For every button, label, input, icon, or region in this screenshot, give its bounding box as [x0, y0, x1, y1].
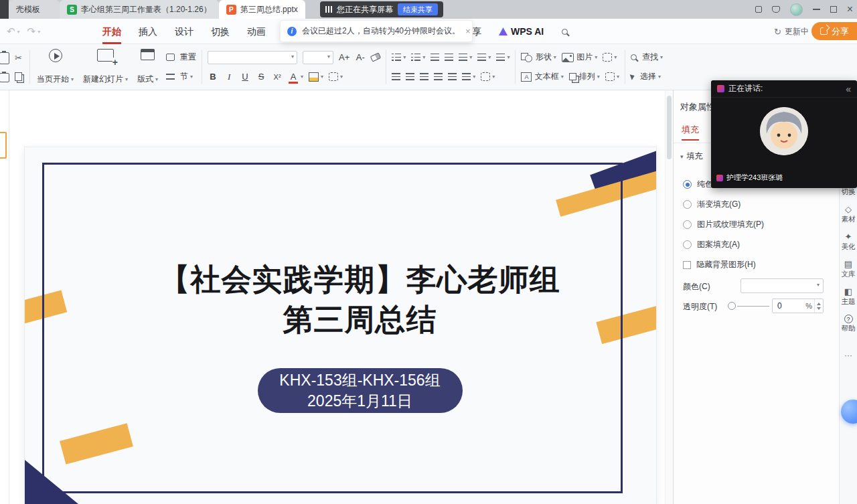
- strikethrough-button[interactable]: S: [256, 70, 266, 84]
- option-pattern-fill[interactable]: 图案填充(A): [683, 239, 740, 250]
- numbering-button[interactable]: [411, 54, 425, 61]
- font-color-button[interactable]: A: [288, 70, 299, 84]
- option-texture-fill[interactable]: 图片或纹理填充(P): [683, 219, 764, 230]
- copy-icon[interactable]: [15, 72, 22, 81]
- justify-icon[interactable]: [434, 73, 443, 80]
- paste-special-icon[interactable]: [0, 73, 9, 82]
- undo-icon[interactable]: [7, 25, 15, 37]
- textbox-button[interactable]: 文本框: [521, 71, 563, 83]
- transparency-slider-track[interactable]: [737, 306, 769, 307]
- doc-tab-spreadsheet[interactable]: S 李心组第三周工作量表（1.20-1.26）: [60, 0, 219, 19]
- fill-section-header[interactable]: 填充: [680, 151, 703, 162]
- checkbox-hide-background[interactable]: [683, 261, 691, 269]
- rail-item-help[interactable]: 帮助: [842, 315, 856, 333]
- arrange-more-button[interactable]: [605, 72, 619, 81]
- new-slide-button[interactable]: 新建幻灯片: [78, 46, 133, 88]
- align-center-icon[interactable]: [406, 73, 414, 80]
- start-from-page-button[interactable]: 当页开始: [32, 46, 78, 88]
- rail-item-theme[interactable]: 主题: [842, 287, 856, 307]
- cut-icon[interactable]: [15, 52, 22, 64]
- reset-button[interactable]: 重置: [166, 48, 196, 67]
- radio-gradient-fill[interactable]: [683, 200, 692, 209]
- arrange-button[interactable]: 排列: [569, 71, 600, 82]
- integrate-mode-icon[interactable]: [755, 6, 762, 13]
- close-icon[interactable]: [847, 4, 853, 15]
- maximize-icon[interactable]: [830, 6, 837, 13]
- increase-indent-icon[interactable]: [445, 54, 453, 61]
- spinner-down-icon[interactable]: [817, 307, 821, 310]
- spinner-arrows[interactable]: [814, 299, 823, 313]
- fill-tab[interactable]: 填充: [682, 124, 699, 136]
- bullets-button[interactable]: [392, 54, 406, 61]
- underline-button[interactable]: U: [240, 70, 250, 84]
- wps-ai-button[interactable]: WPS AI: [490, 19, 552, 44]
- scrollbar-thumb[interactable]: [667, 96, 672, 159]
- align-right-icon[interactable]: [420, 73, 428, 80]
- decrease-indent-icon[interactable]: [431, 54, 439, 61]
- share-button[interactable]: 分享: [811, 22, 857, 40]
- account-avatar[interactable]: [790, 3, 803, 16]
- picture-button[interactable]: 图片: [562, 52, 597, 64]
- highlight-color-icon[interactable]: [309, 72, 319, 82]
- align-text-button[interactable]: [477, 54, 491, 61]
- slide[interactable]: 【社会实践学期】李心老师组 第三周总结 KHX-153组-KHX-156组 20…: [25, 147, 656, 504]
- option-hide-background[interactable]: 隐藏背景图形(H): [683, 259, 756, 270]
- vertical-scrollbar[interactable]: [665, 90, 673, 504]
- radio-texture-fill[interactable]: [683, 220, 692, 229]
- undo-caret-icon[interactable]: ▾: [17, 29, 20, 35]
- align-left-icon[interactable]: [392, 73, 400, 80]
- font-name-combo[interactable]: [208, 51, 297, 64]
- redo-caret-icon[interactable]: ▾: [37, 29, 40, 35]
- superscript-button[interactable]: X²: [272, 70, 283, 84]
- radio-pattern-fill[interactable]: [683, 240, 692, 249]
- toast-close-icon[interactable]: ×: [465, 26, 471, 36]
- paste-icon[interactable]: [0, 52, 9, 64]
- shrink-font-button[interactable]: A-: [355, 51, 366, 64]
- slide-title[interactable]: 【社会实践学期】李心老师组 第三周总结: [64, 260, 656, 340]
- text-effect-icon[interactable]: [329, 72, 338, 81]
- option-gradient-fill[interactable]: 渐变填充(G): [683, 199, 741, 210]
- columns-button[interactable]: [496, 54, 510, 61]
- select-button[interactable]: 选择: [631, 67, 663, 86]
- end-share-button[interactable]: 结束共享: [398, 3, 438, 15]
- clear-format-icon[interactable]: [370, 52, 381, 62]
- find-button[interactable]: 查找: [631, 48, 663, 67]
- distribute-icon[interactable]: [448, 73, 457, 80]
- sync-status[interactable]: 更新中: [774, 19, 809, 44]
- menu-tab-transition[interactable]: 切换: [202, 19, 238, 44]
- doc-tab-presentation-active[interactable]: P 第三周总结.pptx: [219, 0, 305, 19]
- bold-button[interactable]: B: [208, 70, 218, 84]
- slide-thumbnail-panel[interactable]: [0, 90, 9, 504]
- minimize-icon[interactable]: [813, 9, 820, 10]
- font-size-combo[interactable]: [303, 51, 333, 64]
- layout-button[interactable]: 版式: [133, 46, 163, 88]
- ribbon-search-button[interactable]: [552, 19, 577, 44]
- shapes-button[interactable]: 形状: [521, 52, 556, 64]
- rail-item-library[interactable]: 文库: [842, 260, 856, 279]
- skin-icon[interactable]: [772, 6, 780, 13]
- paragraph-more-button[interactable]: [481, 72, 495, 81]
- rail-item-beautify[interactable]: 美化: [842, 232, 856, 252]
- menu-tab-insert[interactable]: 插入: [130, 19, 166, 44]
- radio-solid-fill[interactable]: [683, 180, 692, 189]
- spinner-up-icon[interactable]: [817, 303, 821, 305]
- rail-item-assets[interactable]: 素材: [842, 205, 856, 224]
- menu-tab-start[interactable]: 开始: [94, 19, 130, 44]
- ai-assistant-bubble[interactable]: [841, 400, 857, 424]
- collapse-overlay-icon[interactable]: [846, 84, 851, 94]
- text-direction-button[interactable]: [459, 54, 472, 61]
- slide-subtitle-badge[interactable]: KHX-153组-KHX-156组 2025年1月11日: [258, 368, 463, 413]
- menu-tab-design[interactable]: 设计: [166, 19, 202, 44]
- transparency-slider-knob[interactable]: [728, 302, 736, 310]
- doc-tab-template[interactable]: 壳模板: [9, 0, 60, 19]
- selected-thumbnail-edge[interactable]: [0, 132, 7, 159]
- insert-more-button[interactable]: [603, 53, 617, 62]
- italic-button[interactable]: I: [224, 70, 234, 84]
- menu-tab-animation[interactable]: 动画: [238, 19, 275, 44]
- section-button[interactable]: 节: [166, 67, 196, 86]
- line-spacing-button[interactable]: [462, 73, 475, 80]
- transparency-spinner[interactable]: 0 %: [772, 299, 824, 313]
- grow-font-button[interactable]: A+: [339, 51, 349, 64]
- color-dropdown[interactable]: [741, 278, 824, 293]
- redo-icon[interactable]: [27, 25, 36, 37]
